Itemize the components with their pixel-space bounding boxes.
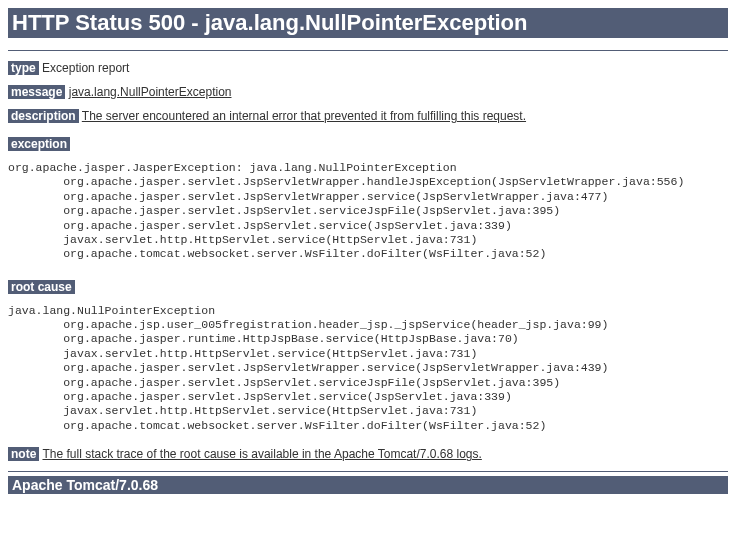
footer: Apache Tomcat/7.0.68 xyxy=(8,476,728,494)
root-cause-label: root cause xyxy=(8,280,75,294)
description-label: description xyxy=(8,109,79,123)
page-title: HTTP Status 500 - java.lang.NullPointerE… xyxy=(8,8,728,38)
description-row: description The server encountered an in… xyxy=(8,109,728,123)
type-value: Exception report xyxy=(42,61,129,75)
exception-label: exception xyxy=(8,137,70,151)
root-cause-trace: java.lang.NullPointerException org.apach… xyxy=(8,304,728,433)
exception-trace: org.apache.jasper.JasperException: java.… xyxy=(8,161,728,262)
description-value: The server encountered an internal error… xyxy=(82,109,526,123)
type-row: type Exception report xyxy=(8,61,728,75)
note-value: The full stack trace of the root cause i… xyxy=(42,447,481,461)
type-label: type xyxy=(8,61,39,75)
message-row: message java.lang.NullPointerException xyxy=(8,85,728,99)
note-row: note The full stack trace of the root ca… xyxy=(8,447,728,461)
message-value: java.lang.NullPointerException xyxy=(69,85,232,99)
message-label: message xyxy=(8,85,65,99)
divider xyxy=(8,471,728,472)
divider xyxy=(8,50,728,51)
note-label: note xyxy=(8,447,39,461)
